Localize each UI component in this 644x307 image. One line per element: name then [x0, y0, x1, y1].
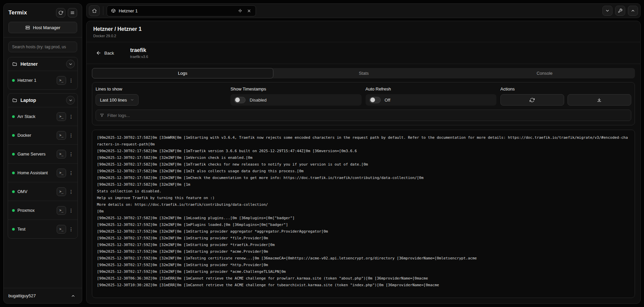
tab-hetzner-1[interactable]: Hetzner 1	[107, 5, 256, 16]
split-view-button[interactable]	[236, 7, 244, 15]
group-header[interactable]: Hetzner	[8, 57, 77, 71]
host-item[interactable]: Home Assistant >_ ⋮	[8, 163, 77, 182]
collapse-group-button[interactable]	[66, 96, 75, 105]
group-name: Laptop	[20, 98, 63, 103]
open-terminal-button[interactable]: >_	[57, 206, 66, 215]
terminal-icon: >_	[59, 171, 63, 175]
home-button[interactable]	[89, 5, 100, 16]
host-menu-button[interactable]: ⋮	[67, 131, 75, 140]
host-item[interactable]: Test >_ ⋮	[8, 220, 77, 238]
auto-refresh-toggle[interactable]: Off	[366, 94, 496, 106]
docker-version: Docker 29.0.2	[93, 34, 634, 38]
chevron-up-icon	[71, 294, 75, 298]
tab-bar: Hetzner 1	[86, 3, 641, 18]
folder-icon	[12, 98, 17, 103]
toggle-switch	[369, 97, 381, 103]
host-menu-button[interactable]: ⋮	[67, 112, 75, 121]
search-input[interactable]	[8, 42, 77, 52]
scroll-tabs-down-button[interactable]	[602, 6, 612, 16]
host-menu-button[interactable]: ⋮	[67, 206, 75, 215]
download-logs-button[interactable]	[568, 94, 631, 106]
back-label: Back	[104, 51, 114, 56]
refresh-logs-button[interactable]	[500, 94, 564, 106]
tab-stats[interactable]: Stats	[273, 68, 454, 78]
sidebar-header: Termix	[4, 4, 82, 21]
log-line: [90m2025-12-30T06:36:30Z[0m [31mERR[0m […	[97, 275, 630, 282]
host-item[interactable]: Arr Stack >_ ⋮	[8, 107, 77, 126]
online-status-dot	[12, 79, 15, 82]
online-status-dot	[12, 172, 15, 174]
filter-logs-input[interactable]	[107, 113, 627, 118]
host-item[interactable]: Hetzner 1 >_ ⋮	[8, 71, 77, 89]
host-menu-button[interactable]: ⋮	[67, 169, 75, 177]
open-terminal-button[interactable]: >_	[57, 112, 66, 121]
back-button[interactable]: Back	[96, 50, 114, 56]
container-identity: traefik traefik:v3.6	[130, 47, 148, 59]
log-line: [90m2025-12-30T02:17:59Z[0m [32mINF[0m […	[97, 268, 630, 275]
terminal-icon: >_	[59, 78, 63, 82]
log-line: [90m2025-12-30T02:17:58Z[0m [32mINF[0m […	[97, 215, 630, 222]
host-name: OMV	[17, 189, 48, 195]
download-icon	[597, 98, 602, 103]
log-line: [90m2025-12-30T02:17:59Z[0m [32mINF[0m […	[97, 262, 630, 268]
host-menu-button[interactable]: ⋮	[67, 76, 75, 85]
log-line: Stats collection is disabled.	[97, 188, 630, 195]
lines-select[interactable]: Last 100 lines	[96, 94, 139, 106]
open-terminal-button[interactable]: >_	[57, 225, 66, 234]
kebab-icon: ⋮	[69, 133, 73, 138]
open-terminal-button[interactable]: >_	[57, 169, 66, 177]
container-header: Back traefik traefik:v3.6	[87, 42, 640, 64]
lines-to-show-label: Lines to show	[96, 86, 226, 91]
view-tabs: Logs Stats Console	[92, 68, 635, 78]
sidebar-menu-button[interactable]	[68, 8, 77, 17]
chevron-up-icon	[631, 8, 635, 13]
open-terminal-button[interactable]: >_	[57, 131, 66, 140]
auto-refresh-control: Auto Refresh Off	[366, 86, 496, 106]
log-line: [90m2025-12-30T02:17:59Z[0m [32mINF[0m […	[97, 235, 630, 242]
open-terminal-button[interactable]: >_	[57, 150, 66, 159]
user-menu-button[interactable]	[69, 292, 77, 300]
refresh-icon	[530, 98, 535, 103]
log-controls: Lines to show Last 100 lines Show Timest…	[92, 82, 635, 125]
scroll-tabs-up-button[interactable]	[628, 6, 638, 16]
open-terminal-button[interactable]: >_	[57, 76, 66, 85]
collapse-group-button[interactable]	[66, 60, 75, 68]
host-menu-button[interactable]: ⋮	[67, 150, 75, 159]
timestamps-toggle[interactable]: Disabled	[230, 94, 361, 106]
tab-logs[interactable]: Logs	[92, 68, 273, 78]
tab-label: Hetzner 1	[119, 8, 138, 13]
host-name: Game Servers	[17, 151, 48, 157]
log-line: More details on: https://doc.traefik.io/…	[97, 201, 630, 208]
host-name: Arr Stack	[17, 114, 48, 120]
host-name: Test	[17, 226, 48, 232]
timestamps-label: Show Timestamps	[230, 86, 361, 91]
group-name: Hetzner	[20, 61, 63, 67]
kebab-icon: ⋮	[69, 208, 73, 213]
close-tab-button[interactable]	[245, 7, 253, 15]
refresh-hosts-button[interactable]	[56, 8, 65, 17]
host-item[interactable]: Proxmox >_ ⋮	[8, 201, 77, 220]
terminal-icon: >_	[59, 208, 63, 212]
host-item[interactable]: OMV >_ ⋮	[8, 182, 77, 201]
group-header[interactable]: Laptop	[8, 94, 77, 107]
menu-icon	[70, 10, 75, 15]
log-output[interactable]: [90m2025-12-30T02:17:58Z[0m [33mWRN[0m […	[92, 130, 635, 298]
host-item[interactable]: Game Servers >_ ⋮	[8, 144, 77, 163]
kebab-icon: ⋮	[69, 227, 73, 232]
chevron-down-icon	[130, 98, 134, 102]
divider	[4, 37, 82, 38]
host-manager-button[interactable]: Host Manager	[8, 22, 77, 33]
online-status-dot	[12, 209, 15, 212]
main-area: Hetzner 1	[86, 3, 641, 304]
host-menu-button[interactable]: ⋮	[67, 187, 75, 196]
kebab-icon: ⋮	[69, 114, 73, 119]
chevron-down-icon	[605, 8, 610, 13]
host-menu-button[interactable]: ⋮	[67, 225, 75, 234]
host-item[interactable]: Docker >_ ⋮	[8, 126, 77, 144]
auto-refresh-label: Auto Refresh	[366, 86, 496, 91]
host-name: Home Assistant	[17, 170, 48, 176]
open-terminal-button[interactable]: >_	[57, 187, 66, 196]
topbar-right-actions	[602, 6, 638, 16]
tab-console[interactable]: Console	[454, 68, 635, 78]
tools-button[interactable]	[615, 6, 625, 16]
